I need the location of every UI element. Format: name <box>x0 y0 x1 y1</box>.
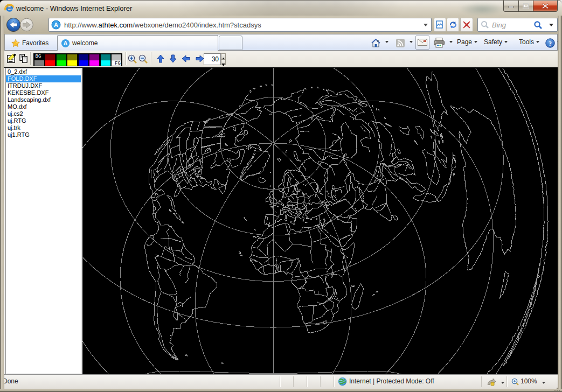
svg-text:A: A <box>54 22 58 28</box>
svg-text:?: ? <box>549 40 552 47</box>
svg-text:A: A <box>64 40 68 46</box>
